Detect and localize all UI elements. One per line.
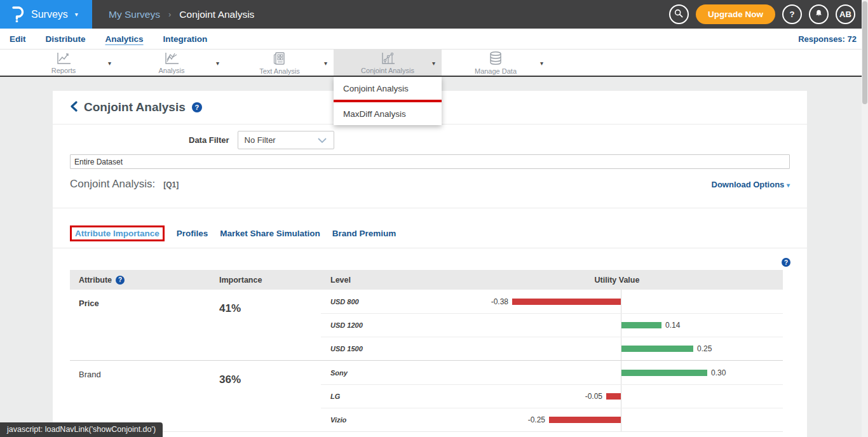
table-help-icon[interactable]: ? bbox=[782, 258, 790, 267]
level-row: LG-0.05 bbox=[321, 384, 783, 408]
utility-bar-canvas: 0.25 bbox=[451, 337, 783, 360]
utility-table: Attribute ? Importance Level Utility Val… bbox=[70, 270, 783, 432]
level-row: Sony0.30 bbox=[321, 361, 783, 384]
utility-value-label: -0.25 bbox=[528, 415, 545, 424]
toolbar-item-label: Manage Data bbox=[475, 67, 517, 75]
vertical-scrollbar[interactable] bbox=[862, 0, 868, 437]
toolbar-item-label: Analysis bbox=[159, 67, 185, 74]
toolbar-item-label: Text Analysis bbox=[259, 67, 300, 75]
divider bbox=[53, 208, 807, 208]
analytics-toolbar: Reports▾Analysis▾Text Analysis▾Conjoint … bbox=[0, 50, 868, 77]
chevron-down-icon bbox=[317, 135, 327, 146]
chevron-down-icon[interactable]: ▾ bbox=[108, 59, 111, 66]
tab-profiles[interactable]: Profiles bbox=[177, 229, 208, 238]
chevron-down-icon[interactable]: ▾ bbox=[432, 59, 435, 66]
attribute-help-icon[interactable]: ? bbox=[116, 276, 125, 285]
utility-bar bbox=[549, 417, 621, 423]
breadcrumb-current: Conjoint Analysis bbox=[179, 9, 254, 20]
column-header-attribute: Attribute ? bbox=[70, 276, 210, 285]
utility-value-label: 0.25 bbox=[697, 344, 712, 353]
axis-line bbox=[621, 408, 621, 431]
upgrade-now-button[interactable]: Upgrade Now bbox=[696, 4, 775, 24]
questionpro-logo-icon bbox=[10, 4, 25, 25]
text-analysis-icon bbox=[272, 51, 287, 66]
tab-market-share-simulation[interactable]: Market Share Simulation bbox=[220, 229, 320, 238]
bell-icon bbox=[814, 8, 824, 20]
breadcrumb-separator-icon: › bbox=[168, 10, 171, 19]
question-mark-icon: ? bbox=[790, 10, 795, 19]
conjoint-analysis-dropdown: Conjoint AnalysisMaxDiff Analysis bbox=[334, 77, 442, 125]
chevron-down-icon[interactable]: ▾ bbox=[540, 59, 543, 66]
search-icon bbox=[674, 8, 684, 20]
search-button[interactable] bbox=[669, 4, 689, 24]
chevron-down-icon[interactable]: ▾ bbox=[324, 59, 327, 66]
level-row: Vizio-0.25 bbox=[321, 408, 783, 431]
toolbar-item-analysis[interactable]: Analysis▾ bbox=[118, 50, 226, 76]
download-options-button[interactable]: Download Options ▾ bbox=[712, 180, 790, 189]
level-row: USD 12000.14 bbox=[321, 313, 783, 337]
responses-count[interactable]: Responses: 72 bbox=[798, 34, 857, 44]
dataset-input[interactable] bbox=[70, 154, 790, 169]
column-header-level: Level bbox=[321, 276, 451, 285]
table-row-brand: Brand36%Sony0.30LG-0.05Vizio-0.25 bbox=[70, 360, 783, 432]
back-button[interactable] bbox=[70, 101, 78, 114]
tab-brand-premium[interactable]: Brand Premium bbox=[332, 229, 397, 238]
survey-nav-items: EditDistributeAnalyticsIntegration bbox=[10, 34, 207, 44]
analysis-section-row: Conjoint Analysis: [Q1] Download Options… bbox=[70, 178, 790, 191]
survey-nav: EditDistributeAnalyticsIntegration Respo… bbox=[0, 29, 868, 50]
utility-bar-canvas: -0.38 bbox=[451, 290, 783, 313]
table-body: Price41%USD 800-0.38USD 12000.14USD 1500… bbox=[70, 290, 783, 432]
toolbar-item-manage-data[interactable]: Manage Data▾ bbox=[442, 50, 550, 76]
column-header-importance: Importance bbox=[210, 276, 321, 285]
nav-item-edit[interactable]: Edit bbox=[10, 34, 26, 44]
utility-value-label: 0.30 bbox=[711, 368, 726, 377]
level-list: Sony0.30LG-0.05Vizio-0.25 bbox=[321, 361, 783, 431]
importance-value: 41% bbox=[210, 290, 321, 360]
utility-bar bbox=[606, 393, 621, 400]
header-actions: Upgrade Now ? AB bbox=[669, 4, 868, 24]
top-header: Surveys ▾ My Surveys › Conjoint Analysis… bbox=[0, 0, 868, 29]
title-help-icon[interactable]: ? bbox=[192, 102, 202, 112]
menu-item-maxdiff-analysis[interactable]: MaxDiff Analysis bbox=[334, 102, 442, 125]
toolbar-item-text-analysis[interactable]: Text Analysis▾ bbox=[226, 50, 334, 76]
nav-item-analytics[interactable]: Analytics bbox=[105, 34, 144, 44]
chevron-down-icon[interactable]: ▾ bbox=[216, 59, 219, 66]
level-row: USD 800-0.38 bbox=[321, 290, 783, 313]
chevron-left-icon bbox=[70, 101, 78, 114]
level-name: USD 1200 bbox=[321, 314, 451, 337]
level-name: LG bbox=[321, 385, 451, 408]
avatar[interactable]: AB bbox=[836, 4, 855, 24]
importance-value: 36% bbox=[210, 361, 321, 431]
product-switcher[interactable]: Surveys ▾ bbox=[0, 0, 92, 29]
level-list: USD 800-0.38USD 12000.14USD 15000.25 bbox=[321, 290, 783, 360]
utility-value-label: -0.05 bbox=[585, 392, 602, 401]
data-filter-select[interactable]: No Filter bbox=[238, 131, 334, 149]
nav-item-integration[interactable]: Integration bbox=[163, 34, 208, 44]
tab-attribute-importance[interactable]: Attribute Importance bbox=[70, 225, 165, 241]
utility-value-label: -0.38 bbox=[491, 297, 508, 306]
menu-item-conjoint-analysis[interactable]: Conjoint Analysis bbox=[334, 77, 442, 100]
toolbar-item-label: Conjoint Analysis bbox=[361, 67, 414, 74]
app-viewport: Surveys ▾ My Surveys › Conjoint Analysis… bbox=[0, 0, 868, 437]
breadcrumb: My Surveys › Conjoint Analysis bbox=[109, 9, 254, 20]
scrollbar-thumb[interactable] bbox=[862, 1, 867, 104]
notifications-button[interactable] bbox=[809, 4, 829, 24]
content-card: Conjoint Analysis ? Data Filter No Filte… bbox=[53, 91, 807, 437]
data-filter-row: Data Filter No Filter bbox=[70, 131, 334, 149]
nav-item-distribute[interactable]: Distribute bbox=[46, 34, 86, 44]
chevron-down-icon: ▾ bbox=[75, 11, 78, 18]
table-header-row: Attribute ? Importance Level Utility Val… bbox=[70, 270, 783, 290]
question-reference: [Q1] bbox=[163, 180, 179, 189]
page-title: Conjoint Analysis bbox=[84, 100, 186, 114]
breadcrumb-my-surveys[interactable]: My Surveys bbox=[109, 9, 160, 20]
toolbar-item-reports[interactable]: Reports▾ bbox=[10, 50, 118, 76]
analysis-chart-icon bbox=[163, 51, 180, 65]
toolbar-item-conjoint-analysis[interactable]: Conjoint Analysis▾ bbox=[334, 50, 442, 76]
level-name: Vizio bbox=[321, 408, 451, 431]
level-name: Sony bbox=[321, 361, 451, 384]
utility-bar bbox=[512, 299, 621, 305]
level-name: USD 800 bbox=[321, 290, 451, 313]
utility-bar-canvas: -0.05 bbox=[451, 385, 783, 408]
axis-line bbox=[621, 290, 621, 313]
help-button[interactable]: ? bbox=[782, 4, 802, 24]
